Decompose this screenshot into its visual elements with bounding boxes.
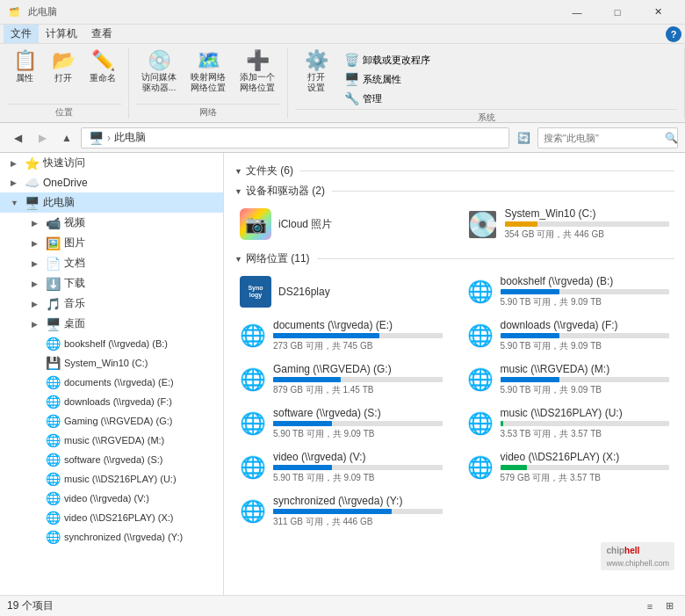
list-view-button[interactable]: ≡ [641, 598, 659, 615]
sidebar-item-documents-e[interactable]: 🌐 documents (\\rgveda) (E:) [0, 373, 223, 392]
menu-file[interactable]: 文件 [4, 25, 39, 43]
ribbon-btn-open[interactable]: 📂 打开 [46, 47, 81, 88]
search-input[interactable] [544, 133, 665, 143]
menu-bar: 文件 计算机 查看 ? [0, 25, 685, 44]
sidebar-item-bookshelf[interactable]: 🌐 bookshelf (\\rgveda) (B:) [0, 334, 223, 353]
sidebar-item-music-m[interactable]: 🌐 music (\\RGVEDA) (M:) [0, 431, 223, 450]
video-v-bar-bg [273, 465, 443, 470]
ribbon-system-label: 系统 [295, 109, 677, 124]
music-icon: 🎵 [46, 297, 61, 311]
refresh-button[interactable]: 🔄 [513, 127, 534, 149]
music-m-label: music (\\RGVEDA) (M:) [64, 435, 164, 446]
bookshelf-drive-name: bookshelf (\\rgveda) (B:) [501, 275, 670, 287]
grid-view-button[interactable]: ⊞ [660, 598, 678, 615]
desktop-arrow: ▶ [32, 320, 42, 329]
downloads-f-drive-name: downloads (\\rgveda) (F:) [501, 319, 670, 331]
video-x-label: video (\\DS216PLAY) (X:) [64, 512, 174, 523]
ribbon-btn-uninstall[interactable]: 🗑️ 卸载或更改程序 [341, 51, 434, 69]
drive-item-music-u[interactable]: 🌐 music (\\DS216PLAY) (U:) 3.53 TB 可用，共 … [462, 403, 675, 444]
back-button[interactable]: ◀ [7, 127, 28, 149]
drive-item-system-c[interactable]: 💽 System_Win10 (C:) 354 GB 可用，共 446 GB [462, 204, 675, 244]
sidebar-item-video[interactable]: ▶ 📹 视频 [0, 213, 223, 233]
ds216play-info: DS216play [278, 286, 443, 298]
drive-item-synchronized-y[interactable]: 🌐 synchronized (\\rgveda) (Y:) 311 GB 可用… [234, 491, 448, 532]
devices-section-header[interactable]: ▼ 设备和驱动器 (2) [234, 184, 674, 199]
main-layout: ▶ ⭐ 快速访问 ▶ ☁️ OneDrive ▼ 🖥️ 此电脑 ▶ 📹 视频 ▶… [0, 153, 685, 595]
sidebar-item-music-u[interactable]: 🌐 music (\\DS216PLAY) (U:) [0, 469, 223, 489]
sidebar-item-onedrive[interactable]: ▶ ☁️ OneDrive [0, 173, 223, 192]
properties-label: 属性 [16, 72, 33, 84]
system-c-bar-fill [505, 221, 538, 227]
video-v-drive-info: video (\\rgveda) (V:) 5.90 TB 可用，共 9.09 … [273, 451, 443, 484]
drive-item-icloud[interactable]: 📷 iCloud 照片 [234, 204, 448, 244]
maximize-button[interactable]: □ [597, 0, 638, 25]
sidebar-item-gaming-g[interactable]: 🌐 Gaming (\\RGVEDA) (G:) [0, 411, 223, 431]
sidebar-item-music[interactable]: ▶ 🎵 音乐 [0, 294, 223, 314]
drive-item-video-x[interactable]: 🌐 video (\\DS216PLAY) (X:) 579 GB 可用，共 3… [462, 447, 675, 488]
sidebar-item-docs[interactable]: ▶ 📄 文档 [0, 253, 223, 273]
sidebar-item-pictures[interactable]: ▶ 🖼️ 图片 [0, 233, 223, 253]
drive-item-bookshelf[interactable]: 🌐 bookshelf (\\rgveda) (B:) 5.90 TB 可用，共… [462, 272, 675, 312]
drive-item-software-s[interactable]: 🌐 software (\\rgveda) (S:) 5.90 TB 可用，共 … [234, 403, 448, 444]
network-grid: Synology DS216play 🌐 bookshelf (\\rgveda… [234, 272, 674, 532]
sidebar-item-video-x[interactable]: 🌐 video (\\DS216PLAY) (X:) [0, 508, 223, 527]
sidebar-item-quick-access[interactable]: ▶ ⭐ 快速访问 [0, 153, 223, 173]
sidebar-item-software-s[interactable]: 🌐 software (\\rgveda) (S:) [0, 450, 223, 469]
video-x-bar-fill [501, 465, 528, 470]
drive-item-music-m[interactable]: 🌐 music (\\RGVEDA) (M:) 5.90 TB 可用，共 9.0… [462, 359, 675, 400]
folders-section-header[interactable]: ▼ 文件夹 (6) [234, 163, 674, 178]
ribbon-btn-properties[interactable]: 📋 属性 [7, 47, 42, 88]
music-u-stats: 3.53 TB 可用，共 3.57 TB [501, 428, 670, 440]
ribbon: 📋 属性 📂 打开 ✏️ 重命名 位置 💿 访问媒体驱动器... 🗺️ 映射网络… [0, 44, 685, 123]
ribbon-btn-add-location[interactable]: ➕ 添加一个网络位置 [234, 47, 280, 97]
sidebar-item-system-c[interactable]: 💾 System_Win10 (C:) [0, 353, 223, 373]
video-x-drive-icon: 🌐 [467, 455, 494, 480]
ribbon-btn-settings[interactable]: ⚙️ 打开设置 [295, 47, 337, 97]
icloud-name: iCloud 照片 [278, 217, 443, 232]
synchronized-y-bar-fill [273, 509, 392, 514]
ribbon-btn-map-network[interactable]: 🗺️ 映射网络网络位置 [185, 47, 231, 97]
drive-item-gaming-g[interactable]: 🌐 Gaming (\\RGVEDA) (G:) 879 GB 可用，共 1.4… [234, 359, 448, 400]
ribbon-btn-manage[interactable]: 🔧 管理 [341, 90, 434, 107]
software-s-bar-fill [273, 421, 332, 426]
minimize-button[interactable]: — [557, 0, 597, 25]
properties-icon: 📋 [13, 51, 37, 70]
ribbon-btn-media[interactable]: 💿 访问媒体驱动器... [136, 47, 182, 97]
sidebar-item-downloads-f[interactable]: 🌐 downloads (\\rgveda) (F:) [0, 392, 223, 411]
sidebar-item-synchronized-y[interactable]: 🌐 synchronized (\\rgveda) (Y:) [0, 527, 223, 547]
ribbon-btn-system-props[interactable]: 🖥️ 系统属性 [341, 70, 434, 88]
sidebar-item-video-v[interactable]: 🌐 video (\\rgveda) (V:) [0, 489, 223, 508]
documents-e-drive-info: documents (\\rgveda) (E:) 273 GB 可用，共 74… [273, 319, 443, 352]
close-button[interactable]: ✕ [638, 0, 678, 25]
help-button[interactable]: ? [666, 26, 681, 42]
this-pc-label: 此电脑 [43, 195, 75, 210]
computer-icon: 🖥️ [89, 131, 104, 145]
ribbon-btn-rename[interactable]: ✏️ 重命名 [84, 47, 121, 88]
sidebar-item-desktop[interactable]: ▶ 🖥️ 桌面 [0, 314, 223, 334]
manage-icon: 🔧 [344, 91, 359, 105]
search-box[interactable]: 🔍 [537, 127, 678, 149]
address-path[interactable]: 🖥️ › 此电脑 [81, 127, 509, 149]
menu-view[interactable]: 查看 [84, 25, 119, 43]
menu-computer[interactable]: 计算机 [39, 25, 84, 43]
drive-item-downloads-f[interactable]: 🌐 downloads (\\rgveda) (F:) 5.90 TB 可用，共… [462, 315, 675, 356]
system-c-icon: 💾 [46, 356, 61, 370]
up-button[interactable]: ▲ [56, 127, 77, 149]
rename-label: 重命名 [90, 72, 116, 84]
downloads-arrow: ▶ [32, 279, 42, 288]
video-x-stats: 579 GB 可用，共 3.57 TB [501, 472, 670, 484]
drive-item-documents-e[interactable]: 🌐 documents (\\rgveda) (E:) 273 GB 可用，共 … [234, 315, 448, 356]
quick-access-label: 快速访问 [43, 156, 85, 170]
gaming-g-bar-fill [273, 377, 341, 382]
network-title: 网络位置 (11) [246, 251, 310, 266]
network-section-header[interactable]: ▼ 网络位置 (11) [234, 251, 674, 266]
sidebar-item-downloads[interactable]: ▶ ⬇️ 下载 [0, 273, 223, 294]
drive-item-ds216play[interactable]: Synology DS216play [234, 272, 448, 312]
synology-text: Synology [248, 285, 263, 298]
settings-label: 打开设置 [307, 72, 325, 93]
drive-item-video-v[interactable]: 🌐 video (\\rgveda) (V:) 5.90 TB 可用，共 9.0… [234, 447, 448, 488]
sidebar-item-this-pc[interactable]: ▼ 🖥️ 此电脑 [0, 192, 223, 213]
status-count: 19 个项目 [7, 598, 54, 613]
forward-button[interactable]: ▶ [32, 127, 53, 149]
video-x-bar-bg [501, 465, 670, 470]
